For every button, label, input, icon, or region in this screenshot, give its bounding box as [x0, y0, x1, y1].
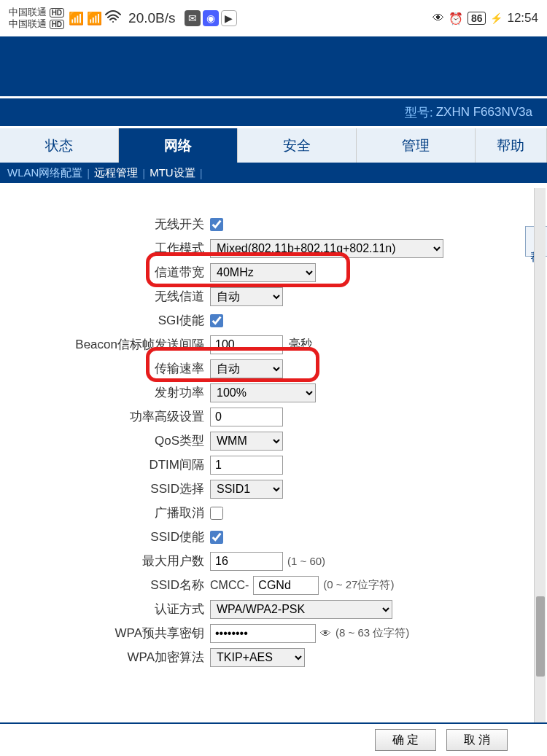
input-ssid-name[interactable]: [253, 576, 319, 595]
checkbox-broadcast[interactable]: [210, 507, 223, 520]
checkbox-sgi[interactable]: [210, 314, 223, 327]
tab-help[interactable]: 帮助: [476, 128, 547, 163]
select-channel[interactable]: 自动: [210, 287, 283, 306]
select-ssid[interactable]: SSID1: [210, 480, 283, 499]
discord-icon: ◉: [203, 10, 219, 26]
select-work-mode[interactable]: Mixed(802.11b+802.11g+802.11n): [210, 239, 443, 258]
select-txpower[interactable]: 100%: [210, 383, 316, 402]
charging-icon: ⚡: [490, 12, 503, 24]
signal-icon: 📶: [69, 11, 84, 26]
ok-button[interactable]: 确 定: [375, 729, 436, 751]
model-bar: 型号: ZXHN F663NV3a: [0, 98, 547, 126]
network-speed: 20.0B/s: [128, 10, 175, 26]
label-beacon: Beacon信标帧发送间隔: [0, 336, 210, 353]
alarm-icon: ⏰: [449, 12, 463, 26]
subnav-remote[interactable]: 远程管理: [90, 166, 142, 180]
label-broadcast: 广播取消: [0, 504, 210, 521]
checkbox-wireless-switch[interactable]: [210, 218, 223, 231]
label-auth: 认证方式: [0, 601, 210, 617]
label-work-mode: 工作模式: [0, 240, 210, 257]
subnav-mtu[interactable]: MTU设置: [145, 166, 200, 180]
hd-badge-2: HD: [50, 20, 64, 29]
model-value: ZXHN F663NV3a: [436, 105, 532, 120]
carrier-1: 中国联通: [9, 7, 47, 17]
wifi-icon: [105, 10, 121, 27]
battery-indicator: 86: [468, 12, 486, 25]
label-bandwidth: 信道带宽: [0, 264, 210, 281]
input-beacon[interactable]: [210, 335, 283, 354]
label-ssid-select: SSID选择: [0, 480, 210, 497]
label-ssid-enable: SSID使能: [0, 529, 210, 545]
android-status-bar: 中国联通 HD 中国联通 HD 📶 📶 20.0B/s ✉ ◉ ▶ 👁 ⏰ 86…: [0, 0, 547, 36]
router-header: [0, 36, 547, 98]
label-channel: 无线信道: [0, 288, 210, 305]
label-dtim: DTIM间隔: [0, 456, 210, 473]
select-wpa-algo[interactable]: TKIP+AES: [210, 648, 305, 667]
model-label: 型号:: [405, 104, 433, 121]
tab-status[interactable]: 状态: [0, 128, 119, 163]
sub-nav: WLAN网络配置 | 远程管理 | MTU设置 |: [0, 163, 547, 183]
label-wireless-switch: 无线开关: [0, 216, 210, 233]
label-adv-power: 功率高级设置: [0, 408, 210, 425]
vertical-scrollbar[interactable]: [534, 188, 546, 722]
toggle-password-icon[interactable]: 👁: [320, 627, 331, 639]
label-txrate: 传输速率: [0, 360, 210, 377]
hd-badge: HD: [50, 8, 64, 17]
ssid-prefix: CMCC-: [210, 579, 249, 592]
footer-actions: 确 定 取 消: [0, 722, 547, 756]
signal-icon-2: 📶: [87, 11, 102, 26]
input-max-users[interactable]: [210, 552, 283, 571]
select-txrate[interactable]: 自动: [210, 359, 283, 378]
label-txpower: 发射功率: [0, 384, 210, 401]
scrollbar-thumb[interactable]: [536, 596, 545, 677]
select-qos[interactable]: WMM: [210, 432, 283, 451]
cancel-button[interactable]: 取 消: [446, 729, 508, 751]
label-wpa-algo: WPA加密算法: [0, 649, 210, 666]
wechat-icon: ✉: [185, 10, 201, 26]
label-qos: QoS类型: [0, 432, 210, 449]
select-bandwidth[interactable]: 40MHz: [210, 263, 316, 282]
hint-max-users: (1 ~ 60): [287, 555, 325, 567]
tab-security[interactable]: 安全: [238, 128, 357, 163]
input-adv-power[interactable]: [210, 408, 283, 426]
label-wpa-key: WPA预共享密钥: [0, 625, 210, 642]
tab-network[interactable]: 网络: [119, 128, 238, 163]
unit-beacon: 毫秒: [289, 337, 312, 352]
eye-protection-icon: 👁: [432, 12, 444, 25]
label-ssid-name: SSID名称: [0, 577, 210, 593]
tab-manage[interactable]: 管理: [357, 128, 476, 163]
play-icon: ▶: [221, 10, 237, 26]
clock: 12:54: [507, 11, 538, 26]
main-nav: 状态 网络 安全 管理 帮助: [0, 126, 547, 163]
checkbox-ssid-enable[interactable]: [210, 531, 223, 544]
input-wpa-key[interactable]: [210, 624, 316, 643]
label-max-users: 最大用户数: [0, 553, 210, 569]
hint-ssid-name: (0 ~ 27位字符): [323, 578, 394, 592]
select-auth[interactable]: WPA/WPA2-PSK: [210, 600, 392, 619]
carrier-2: 中国联通: [9, 18, 47, 29]
hint-wpa-key: (8 ~ 63 位字符): [335, 626, 409, 640]
input-dtim[interactable]: [210, 456, 283, 475]
label-sgi: SGI使能: [0, 312, 210, 329]
subnav-wlan[interactable]: WLAN网络配置: [3, 166, 87, 180]
